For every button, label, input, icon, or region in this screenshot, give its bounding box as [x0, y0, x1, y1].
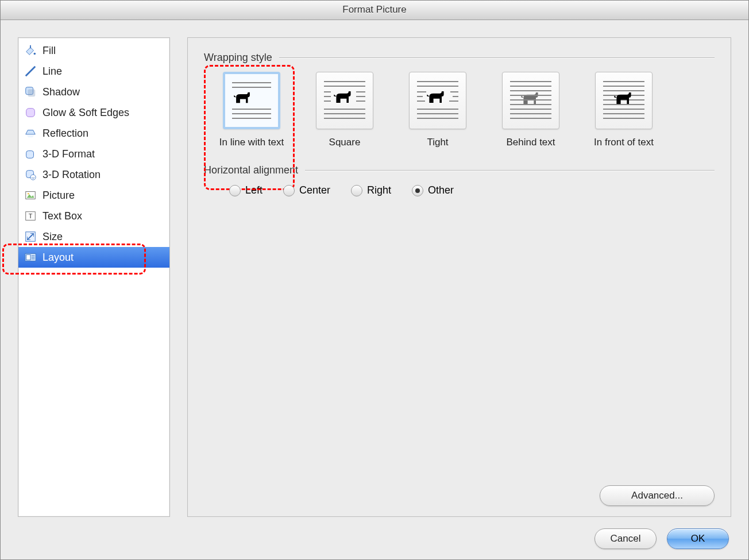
svg-point-0	[34, 53, 36, 55]
wrap-tile-square[interactable]	[316, 72, 373, 129]
svg-rect-4	[26, 109, 35, 117]
radio-icon	[283, 185, 295, 196]
wrap-tile-behind[interactable]	[502, 72, 559, 129]
layout-icon	[23, 250, 38, 265]
advanced-button-label: Advanced...	[631, 490, 683, 501]
cube-icon	[23, 146, 38, 161]
sidebar-item-label: Layout	[43, 252, 74, 264]
sidebar-item-label: 3-D Format	[43, 148, 95, 160]
sidebar-item-3d-rotation[interactable]: 3-D Rotation	[18, 164, 169, 185]
radio-label: Center	[299, 184, 330, 196]
wrap-option-behind-text[interactable]: Behind text	[493, 72, 568, 148]
svg-line-1	[26, 67, 36, 76]
sidebar-item-label: Shadow	[43, 86, 80, 98]
layout-panel: Wrapping style	[187, 37, 731, 517]
wrapping-options: In line with text	[204, 72, 715, 148]
svg-rect-3	[28, 89, 35, 96]
dialog-title: Format Picture	[342, 4, 406, 15]
dialog-body: Fill Line Shadow	[1, 20, 748, 559]
svg-rect-5	[26, 151, 34, 159]
dialog-footer: Cancel OK	[18, 517, 731, 559]
radio-icon	[351, 185, 362, 196]
sidebar-item-label: Fill	[43, 45, 56, 57]
size-icon	[23, 229, 38, 244]
sidebar-item-label: Picture	[43, 190, 75, 202]
advanced-button[interactable]: Advanced...	[600, 485, 715, 506]
wrap-label: In line with text	[214, 136, 289, 148]
picture-icon	[23, 188, 38, 203]
cancel-button[interactable]: Cancel	[594, 528, 657, 549]
sidebar-item-label: Text Box	[43, 210, 82, 222]
cancel-button-label: Cancel	[611, 533, 641, 544]
wrap-label: Behind text	[493, 136, 568, 148]
paint-bucket-icon	[23, 43, 38, 58]
columns: Fill Line Shadow	[18, 37, 731, 517]
sidebar-item-glow[interactable]: Glow & Soft Edges	[18, 102, 169, 123]
wrap-tile-tight[interactable]	[409, 72, 466, 129]
radio-other[interactable]: Other	[412, 184, 454, 196]
wrap-tile-inline[interactable]	[223, 72, 280, 129]
content-footer: Advanced...	[204, 474, 715, 506]
dialog-titlebar: Format Picture	[1, 1, 748, 20]
wrap-option-inline-with-text[interactable]: In line with text	[214, 72, 289, 148]
sidebar-item-label: 3-D Rotation	[43, 169, 101, 181]
sidebar-item-shadow[interactable]: Shadow	[18, 82, 169, 102]
ok-button[interactable]: OK	[667, 528, 729, 549]
sidebar-item-size[interactable]: Size	[18, 226, 169, 247]
shadow-icon	[23, 84, 38, 99]
sidebar-item-text-box[interactable]: T Text Box	[18, 206, 169, 226]
svg-point-7	[30, 175, 36, 180]
svg-rect-16	[26, 254, 30, 260]
horizontal-alignment-title: Horizontal alignment	[204, 164, 298, 176]
wrap-label: Square	[307, 136, 382, 148]
sidebar-item-label: Size	[43, 231, 63, 243]
line-icon	[23, 64, 38, 79]
reflection-icon	[23, 126, 38, 141]
sidebar-item-line[interactable]: Line	[18, 61, 169, 82]
wrap-tile-front[interactable]	[595, 72, 653, 129]
wrapping-style-header: Wrapping style	[204, 52, 715, 64]
alignment-options: Left Center Right Other	[204, 184, 715, 196]
glow-icon	[23, 105, 38, 120]
sidebar-item-fill[interactable]: Fill	[18, 40, 169, 61]
sidebar-item-layout[interactable]: Layout	[18, 247, 169, 268]
radio-center[interactable]: Center	[283, 184, 330, 196]
format-picture-dialog: Format Picture Fill Line	[0, 0, 749, 560]
radio-icon	[412, 185, 423, 196]
radio-label: Left	[245, 184, 262, 196]
horizontal-alignment-header: Horizontal alignment	[204, 164, 715, 176]
sidebar-item-label: Glow & Soft Edges	[43, 107, 129, 119]
svg-point-10	[28, 193, 29, 195]
sidebar-item-label: Reflection	[43, 128, 88, 140]
radio-left[interactable]: Left	[229, 184, 262, 196]
ok-button-label: OK	[691, 533, 705, 544]
wrap-option-tight[interactable]: Tight	[400, 72, 475, 148]
wrap-option-in-front-of-text[interactable]: In front of text	[586, 72, 661, 148]
sidebar-item-label: Line	[43, 65, 62, 78]
wrap-label: In front of text	[586, 136, 661, 148]
radio-label: Right	[367, 184, 391, 196]
text-box-icon: T	[23, 208, 38, 223]
radio-icon	[229, 185, 241, 196]
wrap-label: Tight	[400, 136, 475, 148]
svg-text:T: T	[29, 213, 33, 219]
sidebar-item-reflection[interactable]: Reflection	[18, 123, 169, 144]
radio-right[interactable]: Right	[351, 184, 391, 196]
category-sidebar: Fill Line Shadow	[18, 37, 170, 517]
radio-label: Other	[428, 184, 454, 196]
header-rule	[279, 57, 715, 58]
header-rule	[305, 170, 715, 171]
rotation-icon	[23, 167, 38, 182]
sidebar-item-picture[interactable]: Picture	[18, 185, 169, 206]
sidebar-item-3d-format[interactable]: 3-D Format	[18, 144, 169, 164]
wrap-option-square[interactable]: Square	[307, 72, 382, 148]
wrapping-style-title: Wrapping style	[204, 52, 272, 64]
